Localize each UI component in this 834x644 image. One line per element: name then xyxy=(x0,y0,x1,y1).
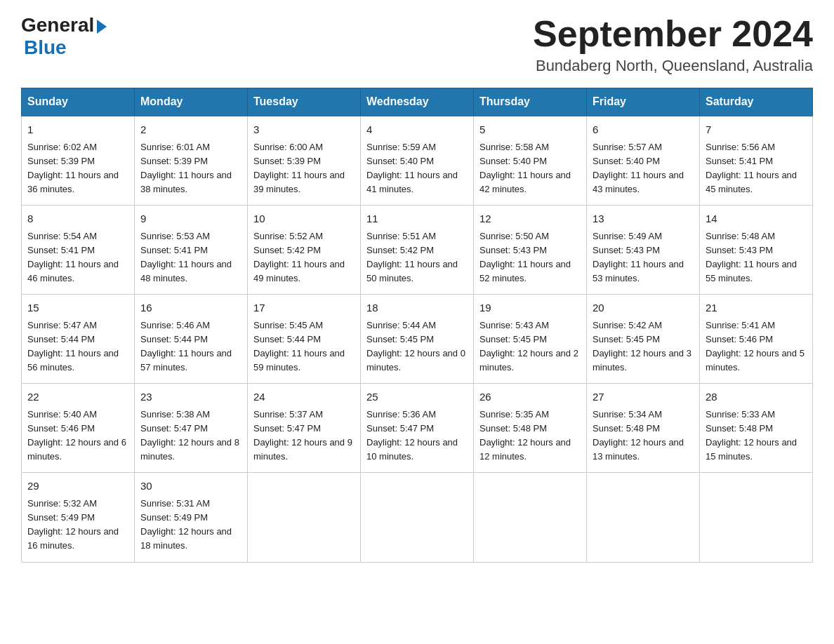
calendar-cell: 14 Sunrise: 5:48 AMSunset: 5:43 PMDaylig… xyxy=(700,206,813,295)
calendar-cell xyxy=(248,473,361,562)
calendar-cell: 20 Sunrise: 5:42 AMSunset: 5:45 PMDaylig… xyxy=(587,295,700,384)
calendar-cell: 9 Sunrise: 5:53 AMSunset: 5:41 PMDayligh… xyxy=(135,206,248,295)
day-number: 12 xyxy=(479,211,581,227)
day-info: Sunrise: 5:56 AMSunset: 5:41 PMDaylight:… xyxy=(706,140,807,197)
calendar-cell: 8 Sunrise: 5:54 AMSunset: 5:41 PMDayligh… xyxy=(22,206,135,295)
day-number: 23 xyxy=(140,389,241,405)
day-number: 20 xyxy=(593,300,694,316)
calendar-cell: 3 Sunrise: 6:00 AMSunset: 5:39 PMDayligh… xyxy=(248,116,361,206)
calendar-cell: 28 Sunrise: 5:33 AMSunset: 5:48 PMDaylig… xyxy=(700,384,813,473)
day-info: Sunrise: 5:44 AMSunset: 5:45 PMDaylight:… xyxy=(366,318,468,375)
day-info: Sunrise: 5:46 AMSunset: 5:44 PMDaylight:… xyxy=(140,318,241,375)
calendar-cell: 5 Sunrise: 5:58 AMSunset: 5:40 PMDayligh… xyxy=(474,116,587,206)
day-number: 24 xyxy=(253,389,355,405)
day-info: Sunrise: 5:51 AMSunset: 5:42 PMDaylight:… xyxy=(366,229,468,286)
day-info: Sunrise: 5:36 AMSunset: 5:47 PMDaylight:… xyxy=(366,408,468,464)
day-info: Sunrise: 5:52 AMSunset: 5:42 PMDaylight:… xyxy=(253,229,355,286)
calendar-cell: 24 Sunrise: 5:37 AMSunset: 5:47 PMDaylig… xyxy=(248,384,361,473)
calendar-cell: 2 Sunrise: 6:01 AMSunset: 5:39 PMDayligh… xyxy=(135,116,248,206)
day-info: Sunrise: 5:53 AMSunset: 5:41 PMDaylight:… xyxy=(140,229,241,286)
day-number: 26 xyxy=(479,389,581,405)
day-number: 29 xyxy=(27,478,128,495)
calendar-cell: 17 Sunrise: 5:45 AMSunset: 5:44 PMDaylig… xyxy=(248,295,361,384)
calendar-cell: 27 Sunrise: 5:34 AMSunset: 5:48 PMDaylig… xyxy=(587,384,700,473)
calendar-header-wednesday: Wednesday xyxy=(361,88,474,116)
calendar-cell: 10 Sunrise: 5:52 AMSunset: 5:42 PMDaylig… xyxy=(248,206,361,295)
day-info: Sunrise: 5:35 AMSunset: 5:48 PMDaylight:… xyxy=(479,408,581,464)
day-number: 8 xyxy=(27,211,128,227)
day-info: Sunrise: 5:37 AMSunset: 5:47 PMDaylight:… xyxy=(253,408,355,464)
day-info: Sunrise: 5:40 AMSunset: 5:46 PMDaylight:… xyxy=(27,408,128,464)
calendar-cell: 21 Sunrise: 5:41 AMSunset: 5:46 PMDaylig… xyxy=(700,295,813,384)
calendar-cell: 6 Sunrise: 5:57 AMSunset: 5:40 PMDayligh… xyxy=(587,116,700,206)
day-number: 28 xyxy=(706,389,807,405)
day-info: Sunrise: 5:48 AMSunset: 5:43 PMDaylight:… xyxy=(706,229,807,286)
day-number: 19 xyxy=(479,300,581,316)
day-info: Sunrise: 5:34 AMSunset: 5:48 PMDaylight:… xyxy=(593,408,694,464)
logo-arrow-icon xyxy=(97,20,107,34)
calendar-cell: 13 Sunrise: 5:49 AMSunset: 5:43 PMDaylig… xyxy=(587,206,700,295)
day-number: 30 xyxy=(140,478,241,495)
day-info: Sunrise: 5:42 AMSunset: 5:45 PMDaylight:… xyxy=(593,318,694,375)
day-info: Sunrise: 6:02 AMSunset: 5:39 PMDaylight:… xyxy=(27,140,128,197)
calendar-header-sunday: Sunday xyxy=(22,88,135,116)
day-number: 27 xyxy=(593,389,694,405)
logo-blue-text: Blue xyxy=(24,36,67,59)
day-number: 11 xyxy=(366,211,468,227)
calendar-cell: 4 Sunrise: 5:59 AMSunset: 5:40 PMDayligh… xyxy=(361,116,474,206)
location-title: Bundaberg North, Queensland, Australia xyxy=(533,57,813,75)
calendar-week-row: 15 Sunrise: 5:47 AMSunset: 5:44 PMDaylig… xyxy=(22,295,813,384)
calendar-week-row: 29 Sunrise: 5:32 AMSunset: 5:49 PMDaylig… xyxy=(22,473,813,562)
day-info: Sunrise: 5:45 AMSunset: 5:44 PMDaylight:… xyxy=(253,318,355,375)
calendar-cell: 25 Sunrise: 5:36 AMSunset: 5:47 PMDaylig… xyxy=(361,384,474,473)
day-number: 9 xyxy=(140,211,241,227)
calendar-cell: 30 Sunrise: 5:31 AMSunset: 5:49 PMDaylig… xyxy=(135,473,248,562)
month-title: September 2024 xyxy=(533,14,813,54)
logo: General Blue xyxy=(21,14,107,59)
day-info: Sunrise: 5:43 AMSunset: 5:45 PMDaylight:… xyxy=(479,318,581,375)
day-number: 5 xyxy=(479,122,581,138)
calendar-cell: 23 Sunrise: 5:38 AMSunset: 5:47 PMDaylig… xyxy=(135,384,248,473)
calendar-week-row: 8 Sunrise: 5:54 AMSunset: 5:41 PMDayligh… xyxy=(22,206,813,295)
calendar-cell: 7 Sunrise: 5:56 AMSunset: 5:41 PMDayligh… xyxy=(700,116,813,206)
day-number: 22 xyxy=(27,389,128,405)
day-info: Sunrise: 6:01 AMSunset: 5:39 PMDaylight:… xyxy=(140,140,241,197)
calendar-cell: 19 Sunrise: 5:43 AMSunset: 5:45 PMDaylig… xyxy=(474,295,587,384)
day-number: 25 xyxy=(366,389,468,405)
calendar-header-thursday: Thursday xyxy=(474,88,587,116)
day-info: Sunrise: 5:58 AMSunset: 5:40 PMDaylight:… xyxy=(479,140,581,197)
day-info: Sunrise: 5:54 AMSunset: 5:41 PMDaylight:… xyxy=(27,229,128,286)
calendar-cell: 1 Sunrise: 6:02 AMSunset: 5:39 PMDayligh… xyxy=(22,116,135,206)
day-number: 18 xyxy=(366,300,468,316)
page-header: General Blue September 2024 Bundaberg No… xyxy=(21,14,813,75)
calendar-header-monday: Monday xyxy=(135,88,248,116)
day-number: 14 xyxy=(706,211,807,227)
day-info: Sunrise: 5:38 AMSunset: 5:47 PMDaylight:… xyxy=(140,408,241,464)
calendar-table: SundayMondayTuesdayWednesdayThursdayFrid… xyxy=(21,88,813,562)
day-info: Sunrise: 6:00 AMSunset: 5:39 PMDaylight:… xyxy=(253,140,355,197)
day-number: 15 xyxy=(27,300,128,316)
day-info: Sunrise: 5:50 AMSunset: 5:43 PMDaylight:… xyxy=(479,229,581,286)
day-number: 4 xyxy=(366,122,468,138)
day-info: Sunrise: 5:57 AMSunset: 5:40 PMDaylight:… xyxy=(593,140,694,197)
calendar-cell xyxy=(474,473,587,562)
day-info: Sunrise: 5:47 AMSunset: 5:44 PMDaylight:… xyxy=(27,318,128,375)
logo-general-text: General xyxy=(21,14,94,36)
calendar-header-tuesday: Tuesday xyxy=(248,88,361,116)
day-number: 1 xyxy=(27,122,128,138)
calendar-cell xyxy=(700,473,813,562)
title-section: September 2024 Bundaberg North, Queensla… xyxy=(533,14,813,75)
calendar-week-row: 1 Sunrise: 6:02 AMSunset: 5:39 PMDayligh… xyxy=(22,116,813,206)
day-info: Sunrise: 5:33 AMSunset: 5:48 PMDaylight:… xyxy=(706,408,807,464)
calendar-cell: 11 Sunrise: 5:51 AMSunset: 5:42 PMDaylig… xyxy=(361,206,474,295)
calendar-cell: 29 Sunrise: 5:32 AMSunset: 5:49 PMDaylig… xyxy=(22,473,135,562)
day-number: 13 xyxy=(593,211,694,227)
calendar-cell xyxy=(587,473,700,562)
day-number: 7 xyxy=(706,122,807,138)
calendar-cell: 12 Sunrise: 5:50 AMSunset: 5:43 PMDaylig… xyxy=(474,206,587,295)
day-number: 10 xyxy=(253,211,355,227)
calendar-cell: 18 Sunrise: 5:44 AMSunset: 5:45 PMDaylig… xyxy=(361,295,474,384)
day-info: Sunrise: 5:41 AMSunset: 5:46 PMDaylight:… xyxy=(706,318,807,375)
calendar-cell: 26 Sunrise: 5:35 AMSunset: 5:48 PMDaylig… xyxy=(474,384,587,473)
day-number: 6 xyxy=(593,122,694,138)
